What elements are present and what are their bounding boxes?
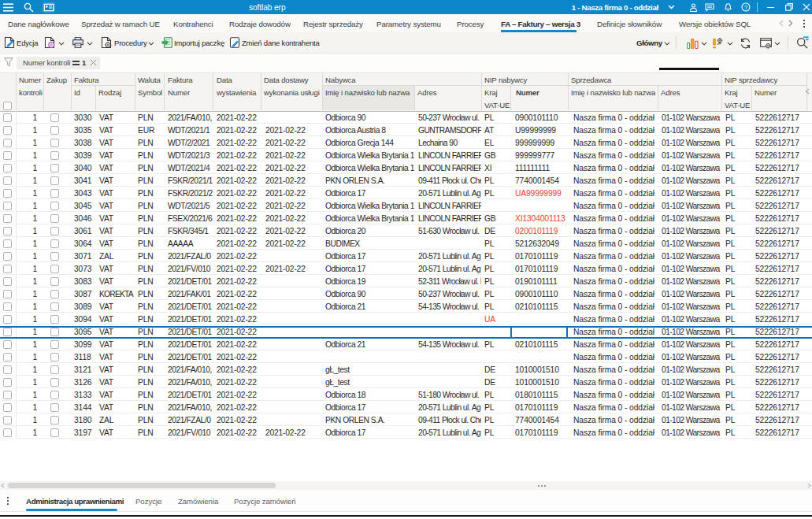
svg-text:?: ? <box>744 4 747 11</box>
